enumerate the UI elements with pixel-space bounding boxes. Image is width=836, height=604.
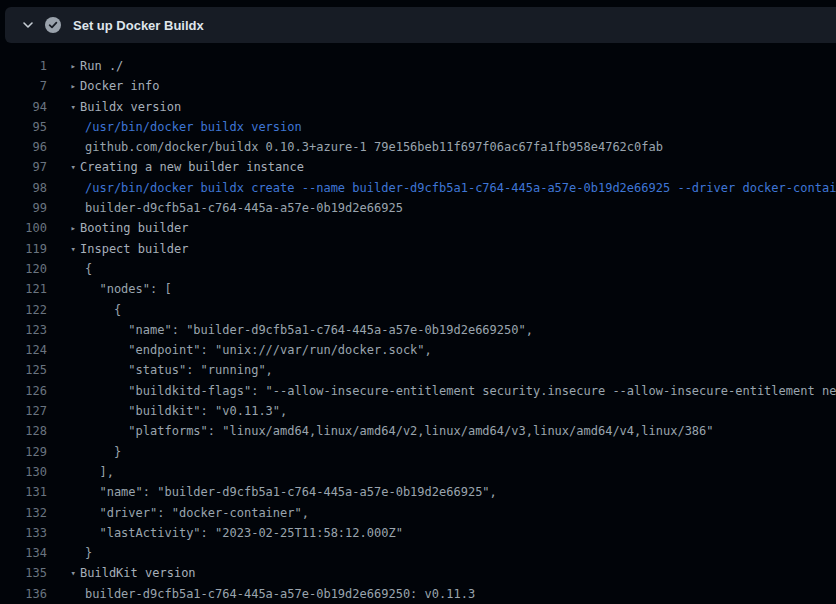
- log-line: 129 }: [0, 442, 836, 462]
- line-number[interactable]: 135: [0, 563, 47, 583]
- log-line: 122 {: [0, 300, 836, 320]
- log-text: {: [80, 300, 121, 320]
- group-toggle-icon[interactable]: ▾: [47, 563, 80, 583]
- line-number[interactable]: 126: [0, 381, 47, 401]
- line-number[interactable]: 100: [0, 218, 47, 238]
- group-toggle-icon[interactable]: ▾: [47, 97, 80, 117]
- log-line: 127 "buildkit": "v0.11.3",: [0, 401, 836, 421]
- log-text: }: [80, 543, 92, 563]
- line-number[interactable]: 94: [0, 97, 47, 117]
- line-number[interactable]: 1: [0, 56, 47, 76]
- group-toggle-icon[interactable]: ▸: [47, 218, 80, 238]
- log-text: "buildkit": "v0.11.3",: [80, 401, 287, 421]
- line-number[interactable]: 130: [0, 462, 47, 482]
- group-toggle-icon: [47, 259, 80, 279]
- line-number[interactable]: 99: [0, 198, 47, 218]
- log-line: 7 ▸ Docker info: [0, 76, 836, 96]
- log-text: Creating a new builder instance: [80, 157, 304, 177]
- group-toggle-icon: [47, 198, 80, 218]
- line-number[interactable]: 127: [0, 401, 47, 421]
- group-toggle-icon: [47, 137, 80, 157]
- line-number[interactable]: 119: [0, 239, 47, 259]
- line-number[interactable]: 98: [0, 178, 47, 198]
- log-line: 120 {: [0, 259, 836, 279]
- log-text: Booting builder: [80, 218, 188, 238]
- log-text: "driver": "docker-container",: [80, 503, 309, 523]
- log-line: 99 builder-d9cfb5a1-c764-445a-a57e-0b19d…: [0, 198, 836, 218]
- log-text: "platforms": "linux/amd64,linux/amd64/v2…: [80, 421, 714, 441]
- log-text: builder-d9cfb5a1-c764-445a-a57e-0b19d2e6…: [80, 198, 403, 218]
- line-number[interactable]: 96: [0, 137, 47, 157]
- group-toggle-icon: [47, 543, 80, 563]
- line-number[interactable]: 136: [0, 584, 47, 604]
- line-number[interactable]: 125: [0, 360, 47, 380]
- line-number[interactable]: 7: [0, 76, 47, 96]
- line-number[interactable]: 133: [0, 523, 47, 543]
- log-text: Run ./: [80, 56, 123, 76]
- log-line: 136 builder-d9cfb5a1-c764-445a-a57e-0b19…: [0, 584, 836, 604]
- log-line: 126 "buildkitd-flags": "--allow-insecure…: [0, 381, 836, 401]
- log-line: 96 github.com/docker/buildx 0.10.3+azure…: [0, 137, 836, 157]
- log-text: Docker info: [80, 76, 159, 96]
- log-text: github.com/docker/buildx 0.10.3+azure-1 …: [80, 137, 663, 157]
- log-text: Inspect builder: [80, 239, 188, 259]
- log-text: "status": "running",: [80, 360, 273, 380]
- log-viewer: 1 ▸ Run ./ 7 ▸ Docker info 94 ▾ Buildx v…: [0, 43, 836, 604]
- group-toggle-icon: [47, 279, 80, 299]
- line-number[interactable]: 121: [0, 279, 47, 299]
- line-number[interactable]: 129: [0, 442, 47, 462]
- log-text: Buildx version: [80, 97, 181, 117]
- group-toggle-icon: [47, 482, 80, 502]
- group-toggle-icon: [47, 421, 80, 441]
- log-line: 124 "endpoint": "unix:///var/run/docker.…: [0, 340, 836, 360]
- step-header[interactable]: Set up Docker Buildx: [5, 7, 836, 43]
- group-toggle-icon[interactable]: ▸: [47, 56, 80, 76]
- group-toggle-icon: [47, 340, 80, 360]
- group-toggle-icon[interactable]: ▸: [47, 76, 80, 96]
- log-text: /usr/bin/docker buildx create --name bui…: [80, 178, 836, 198]
- log-line: 133 "lastActivity": "2023-02-25T11:58:12…: [0, 523, 836, 543]
- line-number[interactable]: 132: [0, 503, 47, 523]
- log-line: 121 "nodes": [: [0, 279, 836, 299]
- group-toggle-icon[interactable]: ▾: [47, 157, 80, 177]
- log-line: 123 "name": "builder-d9cfb5a1-c764-445a-…: [0, 320, 836, 340]
- log-line: 1 ▸ Run ./: [0, 56, 836, 76]
- group-toggle-icon: [47, 320, 80, 340]
- log-line: 125 "status": "running",: [0, 360, 836, 380]
- log-text: "endpoint": "unix:///var/run/docker.sock…: [80, 340, 432, 360]
- group-toggle-icon: [47, 503, 80, 523]
- line-number[interactable]: 134: [0, 543, 47, 563]
- chevron-down-icon[interactable]: [22, 19, 34, 31]
- group-toggle-icon: [47, 117, 80, 137]
- log-text: /usr/bin/docker buildx version: [80, 117, 302, 137]
- log-line: 132 "driver": "docker-container",: [0, 503, 836, 523]
- line-number[interactable]: 95: [0, 117, 47, 137]
- line-number[interactable]: 123: [0, 320, 47, 340]
- group-toggle-icon: [47, 178, 80, 198]
- group-toggle-icon: [47, 584, 80, 604]
- log-line: 97 ▾ Creating a new builder instance: [0, 157, 836, 177]
- group-toggle-icon: [47, 523, 80, 543]
- group-toggle-icon: [47, 300, 80, 320]
- log-line: 94 ▾ Buildx version: [0, 97, 836, 117]
- line-number[interactable]: 120: [0, 259, 47, 279]
- line-number[interactable]: 124: [0, 340, 47, 360]
- log-line: 98 /usr/bin/docker buildx create --name …: [0, 178, 836, 198]
- log-line: 134 }: [0, 543, 836, 563]
- line-number[interactable]: 131: [0, 482, 47, 502]
- log-text: "nodes": [: [80, 279, 172, 299]
- line-number[interactable]: 97: [0, 157, 47, 177]
- log-line: 95 /usr/bin/docker buildx version: [0, 117, 836, 137]
- log-text: ],: [80, 462, 114, 482]
- group-toggle-icon: [47, 360, 80, 380]
- group-toggle-icon: [47, 442, 80, 462]
- line-number[interactable]: 122: [0, 300, 47, 320]
- step-title: Set up Docker Buildx: [73, 18, 204, 33]
- check-circle-icon: [45, 17, 61, 33]
- group-toggle-icon: [47, 401, 80, 421]
- log-text: BuildKit version: [80, 563, 196, 583]
- group-toggle-icon[interactable]: ▾: [47, 239, 80, 259]
- log-text: "buildkitd-flags": "--allow-insecure-ent…: [80, 381, 836, 401]
- line-number[interactable]: 128: [0, 421, 47, 441]
- log-text: "name": "builder-d9cfb5a1-c764-445a-a57e…: [80, 320, 533, 340]
